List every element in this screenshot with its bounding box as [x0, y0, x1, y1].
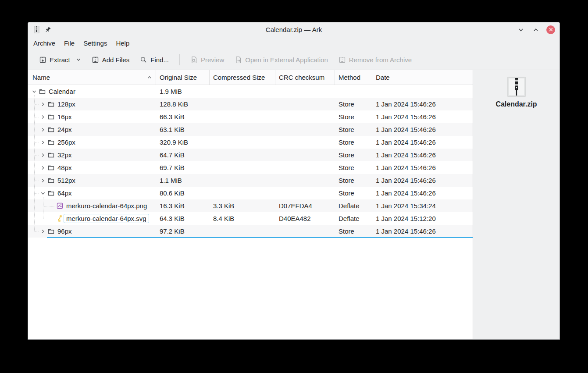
entry-name[interactable]: 32px: [57, 151, 72, 159]
original-size-cell: 1.1 MiB: [156, 174, 210, 187]
image-png-icon: [57, 202, 63, 209]
original-size-cell: 128.8 KiB: [156, 98, 210, 110]
name-cell: 24px: [28, 123, 156, 136]
add-files-button[interactable]: Add Files: [88, 53, 133, 66]
column-header-compressed-size[interactable]: Compressed Size: [210, 70, 275, 85]
date-cell: 1 Jan 2024 15:12:20: [372, 212, 473, 225]
column-header-date[interactable]: Date: [372, 70, 473, 85]
compressed-size-cell: [210, 149, 275, 161]
column-header-method[interactable]: Method: [335, 70, 372, 85]
entry-name[interactable]: 256px: [57, 139, 75, 146]
window-title: Calendar.zip — Ark: [28, 26, 559, 33]
chevron-right-icon[interactable]: [40, 127, 46, 132]
entry-name[interactable]: 512px: [57, 177, 75, 184]
find-button[interactable]: Find...: [136, 53, 172, 66]
preview-icon: [190, 56, 198, 64]
crc-cell: [275, 85, 335, 98]
date-cell: 1 Jan 2024 15:46:26: [372, 161, 473, 174]
table-row[interactable]: 96px97.2 KiBStore1 Jan 2024 15:46:26: [28, 225, 473, 238]
method-cell: Store: [335, 149, 372, 161]
menu-settings[interactable]: Settings: [79, 38, 111, 49]
entry-name[interactable]: 96px: [57, 227, 72, 235]
folder-icon: [48, 114, 54, 120]
tree-indent: [28, 199, 49, 212]
entry-name[interactable]: merkuro-calendar-64px.svg: [64, 214, 149, 223]
original-size-cell: 1.9 MiB: [156, 85, 210, 98]
titlebar[interactable]: Calendar.zip — Ark: [28, 22, 559, 37]
column-header-original-size[interactable]: Original Size: [156, 70, 210, 85]
compressed-size-cell: [210, 136, 275, 149]
column-header-name[interactable]: Name: [28, 70, 156, 85]
table-row[interactable]: merkuro-calendar-64px.png16.3 KiB3.3 KiB…: [28, 199, 473, 212]
open-external-button: Open in External Application: [231, 53, 331, 66]
remove-icon: [339, 56, 346, 64]
maximize-button[interactable]: [531, 25, 540, 34]
entry-name[interactable]: 16px: [57, 113, 72, 121]
original-size-cell: 97.2 KiB: [156, 225, 210, 238]
table-row[interactable]: 128px128.8 KiBStore1 Jan 2024 15:46:26: [28, 98, 473, 110]
menu-archive[interactable]: Archive: [29, 38, 60, 49]
name-cell: 96px: [28, 225, 156, 238]
minimize-button[interactable]: [517, 25, 525, 34]
tree-indent: [28, 85, 31, 98]
chevron-right-icon[interactable]: [40, 178, 46, 183]
compressed-size-cell: 8.4 KiB: [210, 212, 275, 225]
archive-file-list[interactable]: Name Original Size Compressed Size CRC c…: [28, 70, 473, 339]
table-row[interactable]: 32px64.7 KiBStore1 Jan 2024 15:46:26: [28, 149, 473, 161]
table-row[interactable]: 16px66.3 KiBStore1 Jan 2024 15:46:26: [28, 110, 473, 123]
entry-name[interactable]: Calendar: [49, 88, 75, 95]
chevron-down-icon[interactable]: [76, 57, 81, 62]
table-row[interactable]: 512px1.1 MiBStore1 Jan 2024 15:46:26: [28, 174, 473, 187]
menu-help[interactable]: Help: [111, 38, 134, 49]
entry-name[interactable]: 24px: [57, 126, 72, 133]
original-size-cell: 64.3 KiB: [156, 212, 210, 225]
table-row[interactable]: 24px63.1 KiBStore1 Jan 2024 15:46:26: [28, 123, 473, 136]
crc-cell: D40EA482: [275, 212, 335, 225]
name-cell: 256px: [28, 136, 156, 149]
crc-cell: [275, 161, 335, 174]
close-button[interactable]: [546, 25, 555, 34]
chevron-right-icon[interactable]: [40, 165, 46, 171]
entry-name[interactable]: 48px: [57, 164, 72, 171]
column-header-crc[interactable]: CRC checksum: [275, 70, 335, 85]
chevron-right-icon[interactable]: [40, 229, 46, 234]
name-cell: merkuro-calendar-64px.png: [28, 199, 156, 212]
extract-label: Extract: [50, 56, 70, 64]
method-cell: [335, 85, 372, 98]
table-row[interactable]: 48px69.7 KiBStore1 Jan 2024 15:46:26: [28, 161, 473, 174]
compressed-size-cell: [210, 123, 275, 136]
chevron-right-icon[interactable]: [40, 140, 46, 145]
tree-indent: [28, 212, 49, 225]
tree-indent: [28, 149, 40, 161]
table-row[interactable]: Calendar1.9 MiB: [28, 85, 473, 98]
method-cell: Deflate: [335, 199, 372, 212]
crc-cell: [275, 123, 335, 136]
archive-file-name: Calendar.zip: [495, 100, 537, 108]
name-cell: 48px: [28, 161, 156, 174]
crc-cell: [275, 110, 335, 123]
table-row[interactable]: merkuro-calendar-64px.svg64.3 KiB8.4 KiB…: [28, 212, 473, 225]
chevron-down-icon[interactable]: [40, 191, 46, 196]
original-size-cell: 320.9 KiB: [156, 136, 210, 149]
extract-button[interactable]: Extract: [36, 53, 85, 66]
table-row[interactable]: 64px80.6 KiBStore1 Jan 2024 15:46:26: [28, 187, 473, 199]
current-item-indicator: [47, 237, 473, 238]
chevron-right-icon[interactable]: [40, 153, 46, 158]
folder-icon: [48, 126, 54, 133]
table-row[interactable]: 256px320.9 KiBStore1 Jan 2024 15:46:26: [28, 136, 473, 149]
chevron-right-icon[interactable]: [40, 102, 46, 107]
entry-name[interactable]: 64px: [57, 189, 72, 197]
table-header: Name Original Size Compressed Size CRC c…: [28, 70, 473, 85]
method-cell: Store: [335, 110, 372, 123]
chevron-right-icon[interactable]: [40, 114, 46, 120]
add-files-label: Add Files: [102, 56, 130, 64]
method-cell: Store: [335, 98, 372, 110]
entry-name[interactable]: merkuro-calendar-64px.png: [66, 202, 147, 210]
folder-icon: [48, 101, 54, 107]
remove-label: Remove from Archive: [349, 56, 412, 64]
entry-name[interactable]: 128px: [57, 100, 75, 108]
menu-file[interactable]: File: [60, 38, 79, 49]
compressed-size-cell: [210, 174, 275, 187]
chevron-down-icon[interactable]: [31, 89, 37, 94]
original-size-cell: 16.3 KiB: [156, 199, 210, 212]
